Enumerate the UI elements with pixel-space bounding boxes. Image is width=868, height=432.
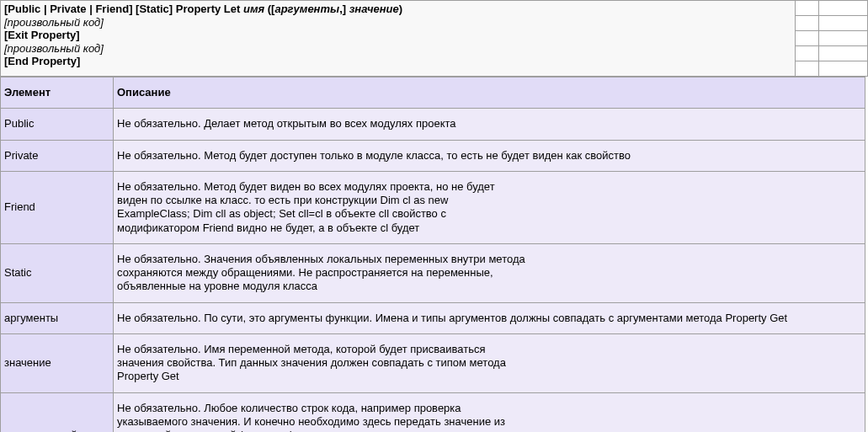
syntax-line1-close: ) [399, 3, 402, 15]
side-cell [819, 61, 868, 77]
cell-element: аргументы [1, 302, 114, 333]
side-cell [796, 1, 819, 16]
table-row: StaticНе обязательно. Значения объявленн… [1, 243, 865, 302]
side-cell [796, 46, 819, 61]
cell-description: Не обязательно. Любое количество строк к… [114, 392, 865, 432]
syntax-line1-value: значение [349, 3, 399, 15]
syntax-line1-args: аргументы [274, 3, 339, 15]
syntax-text: [Public | Private | Friend] [Static] Pro… [1, 1, 796, 77]
cell-element: Friend [1, 171, 114, 243]
side-cell [819, 1, 868, 16]
table-row: PrivateНе обязательно. Метод будет досту… [1, 140, 865, 171]
table-row: аргументыНе обязательно. По сути, это ар… [1, 302, 865, 333]
side-cell [819, 16, 868, 31]
syntax-box: [Public | Private | Friend] [Static] Pro… [0, 0, 868, 77]
syntax-line4: [произвольный код] [4, 42, 791, 56]
syntax-line1-open: ([ [264, 3, 274, 15]
cell-description: Не обязательно. Метод будет доступен тол… [114, 140, 865, 171]
table-row: произвольный кодНе обязательно. Любое ко… [1, 392, 865, 432]
side-cell [796, 61, 819, 77]
cell-description: Не обязательно. Делает метод открытым во… [114, 109, 865, 140]
cell-element: Static [1, 243, 114, 302]
table-row: FriendНе обязательно. Метод будет виден … [1, 171, 865, 243]
syntax-line1-name: имя [243, 3, 264, 15]
description-table: Элемент Описание PublicНе обязательно. Д… [0, 77, 865, 432]
side-cell [819, 31, 868, 46]
cell-element: Private [1, 140, 114, 171]
cell-description: Не обязательно. Имя переменной метода, к… [114, 333, 865, 392]
syntax-line3: [Exit Property] [4, 29, 791, 42]
table-row: PublicНе обязательно. Делает метод откры… [1, 109, 865, 140]
cell-description: Не обязательно. Метод будет виден во все… [114, 171, 865, 243]
cell-element: значение [1, 333, 114, 392]
side-cell [796, 16, 819, 31]
header-description: Описание [114, 77, 865, 109]
syntax-line5: [End Property] [4, 55, 791, 68]
table-row: значениеНе обязательно. Имя переменной м… [1, 333, 865, 392]
side-cell [819, 46, 868, 61]
syntax-line1-comma: ,] [339, 3, 349, 15]
syntax-line1-keywords: [Public | Private | Friend] [Static] Pro… [4, 3, 243, 15]
cell-description: Не обязательно. Значения объявленных лок… [114, 243, 865, 302]
cell-description: Не обязательно. По сути, это аргументы ф… [114, 302, 865, 333]
cell-element: произвольный код [1, 392, 114, 432]
header-element: Элемент [1, 77, 114, 109]
cell-element: Public [1, 109, 114, 140]
table-header-row: Элемент Описание [1, 77, 865, 109]
side-cell [796, 31, 819, 46]
syntax-line2: [произвольный код] [4, 16, 791, 29]
